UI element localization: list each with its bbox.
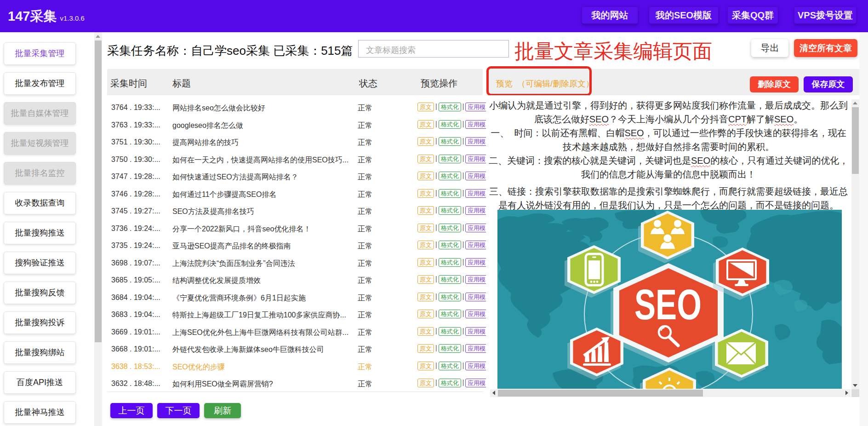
- svg-text:SEO: SEO: [634, 281, 702, 328]
